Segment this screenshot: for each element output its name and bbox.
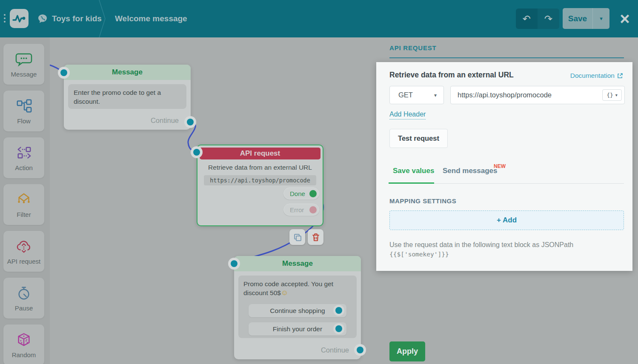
undo-button[interactable]: ↶ [516,9,538,29]
sidebar-item-label: Flow [17,117,31,125]
filter-icon [15,191,33,209]
save-button[interactable]: Save [563,8,592,29]
button-output-port[interactable] [335,325,342,332]
app-logo[interactable] [10,9,29,28]
sidebar-item-label: Message [11,71,37,78]
sidebar-item-pause[interactable]: Pause [3,278,44,318]
sidebar-item-label: Random [12,351,36,358]
sidebar-item-message[interactable]: Message [3,44,44,85]
caret-down-icon: ▾ [615,93,618,97]
message-text: Promo code accepted. You get discount 50… [243,279,352,297]
api-cloud-icon [15,238,33,256]
mapping-settings-heading: MAPPING SETTINGS [389,197,456,205]
sidebar-item-label: Action [15,164,33,171]
flow-node-message-1[interactable]: Message Enter the promo code to get a di… [64,65,191,130]
error-label: Error [290,206,304,213]
error-branch[interactable]: Error [283,204,319,216]
random-dice-icon [15,332,33,350]
quick-reply-button-2[interactable]: Finish your order [249,322,346,336]
node-header: Message [64,65,191,80]
flow-icon [15,98,33,116]
flow-name: Welcome message [115,14,187,23]
method-select[interactable]: GET ▾ [389,86,444,104]
redo-icon: ↷ [544,13,552,25]
tab-send-messages[interactable]: Send messages [443,167,498,175]
continue-label: Continue [151,117,179,125]
trash-icon [312,233,320,242]
smiley-emoji-icon: ☺ [281,289,288,297]
input-port[interactable] [193,149,200,156]
add-mapping-button[interactable]: + Add [389,210,624,230]
button-output-port[interactable] [335,307,342,314]
message-text-block: Promo code accepted. You get discount 50… [238,276,357,338]
delete-node-button[interactable] [308,229,323,245]
node-header: API request [200,148,320,159]
api-request-settings-panel: Retrieve data from an external URL Docum… [376,62,632,271]
variables-dropdown-button[interactable]: {} ▾ [602,89,622,101]
sidebar-item-label: API request [7,258,40,265]
tab-save-values[interactable]: Save values [393,167,434,175]
done-branch[interactable]: Done [283,188,319,199]
active-tab-underline [389,182,434,184]
done-label: Done [290,190,305,197]
node-palette: Message Flow Action Filter API request P… [0,37,50,364]
api-node-subtitle: Retrieve data from an external URL [197,164,323,171]
copy-node-button[interactable] [289,229,305,245]
input-port[interactable] [60,69,67,76]
quick-reply-button-1[interactable]: Continue shopping [249,304,346,317]
jsonpath-example: {{$['somekey']}} [389,251,449,258]
sidebar-item-random[interactable]: Random [3,324,44,364]
top-bar: Toys for kids Welcome message ↶ ↷ Save ▾… [0,0,638,37]
undo-icon: ↶ [523,13,531,25]
action-icon [15,145,33,162]
sidebar-item-flow[interactable]: Flow [3,91,44,131]
continue-output-port[interactable] [187,119,194,125]
add-header-link[interactable]: Add Header [389,111,426,119]
sidebar-item-api-request[interactable]: API request [3,231,44,272]
close-button[interactable]: × [616,9,633,29]
jsonpath-hint: Use the request data in the following te… [389,240,619,250]
flow-node-message-2[interactable]: Message Promo code accepted. You get dis… [234,256,361,359]
pause-clock-icon [15,285,33,303]
done-output-port[interactable] [309,190,317,197]
pulse-icon [12,14,26,23]
breadcrumb-chevron [99,0,106,37]
message-text-block: Enter the promo code to get a discount. [68,84,186,109]
sidebar-item-label: Filter [17,211,31,218]
braces-icon: {} [607,92,613,98]
input-port[interactable] [231,260,237,267]
bot-breadcrumb[interactable]: Toys for kids [37,0,102,37]
error-output-port[interactable] [309,206,317,213]
sidebar-item-label: Pause [15,304,33,312]
bot-name: Toys for kids [52,14,102,23]
panel-heading: API REQUEST [389,44,436,51]
kebab-menu-icon[interactable] [4,14,6,23]
message-bubble-icon [15,51,33,69]
viber-channel-icon [37,14,48,24]
caret-down-icon: ▾ [600,15,603,22]
redo-button[interactable]: ↷ [538,9,559,29]
copy-icon [293,233,302,242]
chevron-down-icon: ▾ [434,92,437,98]
external-link-icon [617,73,623,79]
continue-label: Continue [321,346,349,354]
api-node-url: https://api.toyshop/promocode [204,175,316,185]
save-dropdown-button[interactable]: ▾ [592,8,609,29]
panel-title: Retrieve data from an external URL [389,71,514,80]
apply-button[interactable]: Apply [389,341,425,361]
continue-output-port[interactable] [357,347,363,353]
test-request-button[interactable]: Test request [389,129,448,148]
panel-heading-rule [389,57,624,58]
node-header: Message [234,256,361,271]
url-input[interactable] [450,86,625,104]
documentation-link[interactable]: Documentation [570,72,623,80]
sidebar-item-action[interactable]: Action [3,137,44,178]
flow-node-api-request[interactable]: API request Retrieve data from an extern… [197,145,323,226]
sidebar-item-filter[interactable]: Filter [3,184,44,225]
new-badge: NEW [494,163,506,169]
